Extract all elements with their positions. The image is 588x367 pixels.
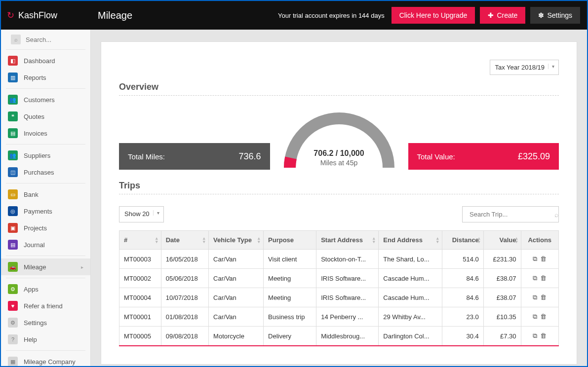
nav-customers[interactable]: 👥Customers [6, 91, 85, 108]
dashboard-icon: ◧ [8, 56, 18, 66]
logo[interactable]: ↻ KashFlow [7, 10, 91, 21]
cell-distance: 23.0 [442, 307, 483, 327]
nav-journal[interactable]: ▤Journal [6, 236, 85, 253]
cell-end: Darlington Col... [379, 327, 442, 346]
cell-actions: ⧉🗑 [521, 307, 558, 327]
suppliers-icon: 👥 [8, 150, 18, 160]
show-count-selector[interactable]: Show 20 [119, 206, 164, 222]
col-value[interactable]: Value▴▾ [483, 231, 521, 250]
nav-invoices[interactable]: ▤Invoices [6, 125, 85, 142]
payments-icon: ◎ [8, 206, 18, 216]
cell-id: MT00005 [119, 327, 161, 346]
trips-table: #▴▾ Date▴▾ Vehicle Type▴▾ Purpose Start … [119, 230, 559, 346]
cell-id: MT00004 [119, 288, 161, 307]
settings-button[interactable]: ✽Settings [530, 7, 580, 24]
copy-icon[interactable]: ⧉ [533, 255, 537, 263]
col-num[interactable]: #▴▾ [119, 231, 161, 250]
sidebar-search[interactable]: ⌕ [6, 30, 85, 50]
cell-vehicle: Car/Van [209, 288, 264, 307]
total-miles-value: 736.6 [238, 151, 261, 162]
table-row[interactable]: MT0000509/08/2018MotorcycleDeliveryMiddl… [119, 327, 559, 346]
chevron-right-icon: ▸ [81, 264, 83, 270]
copy-icon[interactable]: ⧉ [533, 274, 537, 282]
cell-end: 29 Whitby Av... [379, 307, 442, 327]
search-icon: ⌕ [11, 35, 21, 44]
search-input[interactable] [26, 36, 75, 43]
col-vehicle[interactable]: Vehicle Type▴▾ [209, 231, 264, 250]
col-actions: Actions [521, 231, 558, 250]
search-trip[interactable]: ⌕ [462, 206, 559, 222]
building-icon: ▦ [8, 357, 18, 366]
cell-date: 05/06/2018 [161, 269, 208, 288]
search-trip-input[interactable] [468, 207, 554, 222]
cell-start: Middlesbroug... [316, 327, 379, 346]
nav-purchases[interactable]: ◫Purchases [6, 164, 85, 181]
total-miles-label: Total Miles: [128, 152, 165, 161]
table-row[interactable]: MT0000316/05/2018Car/VanVisit clientStoc… [119, 250, 559, 269]
cell-actions: ⧉🗑 [521, 250, 558, 269]
nav-dashboard[interactable]: ◧Dashboard [6, 52, 85, 69]
cell-end: The Shard, Lo... [379, 250, 442, 269]
plus-icon: ✚ [488, 11, 494, 19]
upgrade-button[interactable]: Click Here to Upgrade [392, 7, 475, 24]
copy-icon[interactable]: ⧉ [533, 294, 537, 301]
gauge-chart: 706.2 / 10,000 Miles at 45p [270, 109, 408, 170]
col-date[interactable]: Date▴▾ [161, 231, 208, 250]
cell-start: IRIS Software... [316, 269, 379, 288]
table-row[interactable]: MT0000101/08/2018Car/VanBusiness trip14 … [119, 307, 559, 327]
sort-icon: ▴▾ [203, 237, 205, 244]
cell-value: £38.07 [483, 288, 521, 307]
create-button[interactable]: ✚Create [480, 7, 525, 24]
table-row[interactable]: MT0000205/06/2018Car/VanMeetingIRIS Soft… [119, 269, 559, 288]
nav-projects[interactable]: ▣Projects [6, 220, 85, 236]
gear-icon: ⚙ [8, 318, 18, 328]
nav-company[interactable]: ▦Mileage Company [6, 353, 85, 366]
nav-suppliers[interactable]: 👥Suppliers [6, 147, 85, 164]
gauge-value: 706.2 / 10,000 [270, 149, 408, 158]
tax-year-selector[interactable]: Tax Year 2018/19 [490, 60, 559, 75]
cell-end: Cascade Hum... [379, 269, 442, 288]
cell-distance: 84.6 [442, 269, 483, 288]
cell-vehicle: Motorcycle [209, 327, 264, 346]
cell-id: MT00002 [119, 269, 161, 288]
trash-icon[interactable]: 🗑 [540, 332, 547, 339]
col-start[interactable]: Start Address▴▾ [316, 231, 379, 250]
trash-icon[interactable]: 🗑 [540, 294, 547, 301]
copy-icon[interactable]: ⧉ [533, 313, 537, 321]
col-end[interactable]: End Address▴▾ [379, 231, 442, 250]
trash-icon[interactable]: 🗑 [540, 255, 547, 262]
nav-refer[interactable]: ♥Refer a friend [6, 297, 85, 314]
cell-actions: ⧉🗑 [521, 269, 558, 288]
trash-icon[interactable]: 🗑 [540, 274, 547, 282]
cell-value: £38.07 [483, 269, 521, 288]
copy-icon[interactable]: ⧉ [533, 332, 537, 340]
cell-date: 09/08/2018 [161, 327, 208, 346]
cell-distance: 84.6 [442, 288, 483, 307]
cell-start: IRIS Software... [316, 288, 379, 307]
cell-end: Cascade Hum... [379, 288, 442, 307]
journal-icon: ▤ [8, 240, 18, 250]
nav-payments[interactable]: ◎Payments [6, 203, 85, 220]
customers-icon: 👥 [8, 95, 18, 105]
sort-icon: ▴▾ [478, 237, 480, 244]
sort-icon: ▴▾ [156, 237, 158, 244]
col-distance[interactable]: Distance▴▾ [442, 231, 483, 250]
top-bar: ↻ KashFlow Mileage Your trial account ex… [1, 1, 587, 30]
table-row[interactable]: MT0000410/07/2018Car/VanMeetingIRIS Soft… [119, 288, 559, 307]
search-icon: ⌕ [554, 211, 558, 219]
nav-help[interactable]: ?Help [6, 331, 85, 348]
col-purpose[interactable]: Purpose [264, 231, 316, 250]
nav-settings[interactable]: ⚙Settings [6, 314, 85, 331]
sort-icon: ▴▾ [373, 237, 375, 244]
nav-reports[interactable]: ▥Reports [6, 69, 85, 86]
nav-mileage[interactable]: 🚗Mileage▸ [1, 258, 90, 275]
nav-bank[interactable]: ▭Bank [6, 186, 85, 203]
nav-quotes[interactable]: ❝Quotes [6, 108, 85, 125]
trash-icon[interactable]: 🗑 [540, 313, 547, 320]
overview-heading: Overview [119, 82, 559, 96]
main-content: Tax Year 2018/19 Overview Total Miles: 7… [91, 30, 587, 366]
cell-actions: ⧉🗑 [521, 327, 558, 346]
nav-apps[interactable]: ⚙Apps [6, 281, 85, 297]
heart-icon: ♥ [8, 301, 18, 311]
cell-vehicle: Car/Van [209, 269, 264, 288]
